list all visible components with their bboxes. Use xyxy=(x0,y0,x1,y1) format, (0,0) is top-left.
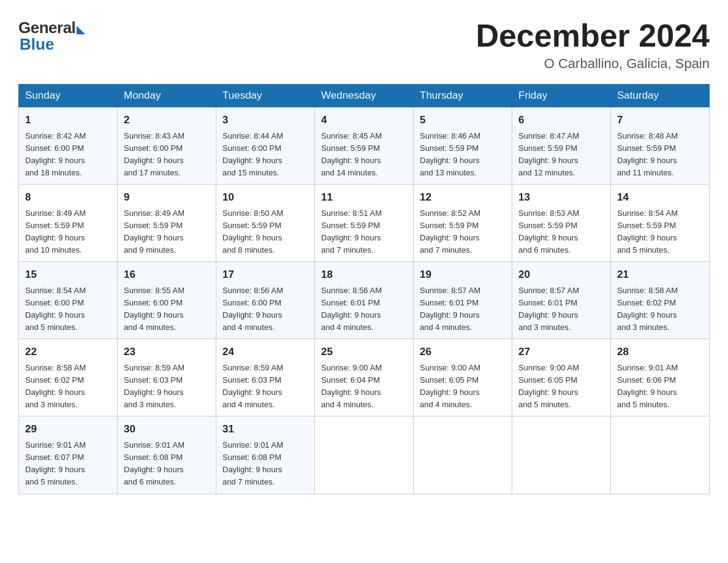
calendar-cell: 9Sunrise: 8:49 AMSunset: 5:59 PMDaylight… xyxy=(118,185,216,262)
day-number: 14 xyxy=(617,190,703,205)
day-number: 21 xyxy=(617,267,703,283)
day-info: Sunrise: 8:42 AMSunset: 6:00 PMDaylight:… xyxy=(25,130,111,180)
day-number: 15 xyxy=(25,267,111,283)
title-area: December 2024 O Carballino, Galicia, Spa… xyxy=(476,18,710,72)
day-info: Sunrise: 8:46 AMSunset: 5:59 PMDaylight:… xyxy=(420,130,506,180)
day-info: Sunrise: 8:59 AMSunset: 6:03 PMDaylight:… xyxy=(222,362,308,412)
calendar-cell: 13Sunrise: 8:53 AMSunset: 5:59 PMDayligh… xyxy=(512,185,611,262)
calendar-cell: 16Sunrise: 8:55 AMSunset: 6:00 PMDayligh… xyxy=(118,262,216,339)
day-number: 23 xyxy=(124,344,210,360)
day-number: 4 xyxy=(321,112,407,128)
weekday-header-monday: Monday xyxy=(118,85,216,107)
day-info: Sunrise: 9:01 AMSunset: 6:08 PMDaylight:… xyxy=(124,439,210,489)
calendar-cell: 26Sunrise: 9:00 AMSunset: 6:05 PMDayligh… xyxy=(414,339,512,416)
day-number: 11 xyxy=(321,190,407,205)
calendar-cell: 25Sunrise: 9:00 AMSunset: 6:04 PMDayligh… xyxy=(315,339,414,416)
day-number: 25 xyxy=(321,344,407,360)
month-title: December 2024 xyxy=(476,18,710,53)
calendar-cell: 30Sunrise: 9:01 AMSunset: 6:08 PMDayligh… xyxy=(118,416,216,494)
calendar-cell: 18Sunrise: 8:56 AMSunset: 6:01 PMDayligh… xyxy=(315,262,414,339)
calendar-week-5: 29Sunrise: 9:01 AMSunset: 6:07 PMDayligh… xyxy=(19,416,710,494)
day-number: 16 xyxy=(124,267,210,283)
day-info: Sunrise: 8:58 AMSunset: 6:02 PMDaylight:… xyxy=(25,362,111,412)
day-info: Sunrise: 8:47 AMSunset: 5:59 PMDaylight:… xyxy=(518,130,604,180)
day-number: 9 xyxy=(124,190,210,205)
logo-triangle-icon xyxy=(77,26,85,34)
calendar-cell: 19Sunrise: 8:57 AMSunset: 6:01 PMDayligh… xyxy=(414,262,512,339)
day-info: Sunrise: 9:01 AMSunset: 6:06 PMDaylight:… xyxy=(617,362,703,412)
day-info: Sunrise: 8:56 AMSunset: 6:00 PMDaylight:… xyxy=(222,285,308,334)
calendar-cell: 11Sunrise: 8:51 AMSunset: 5:59 PMDayligh… xyxy=(315,185,414,262)
logo-blue-text: Blue xyxy=(20,35,54,54)
day-info: Sunrise: 8:43 AMSunset: 6:00 PMDaylight:… xyxy=(124,130,210,180)
calendar-cell: 17Sunrise: 8:56 AMSunset: 6:00 PMDayligh… xyxy=(216,262,315,339)
calendar-cell: 7Sunrise: 8:48 AMSunset: 5:59 PMDaylight… xyxy=(611,107,710,185)
day-number: 2 xyxy=(124,112,210,128)
day-number: 18 xyxy=(321,267,407,283)
day-info: Sunrise: 9:01 AMSunset: 6:08 PMDaylight:… xyxy=(222,439,308,489)
day-number: 31 xyxy=(222,421,308,437)
calendar-week-2: 8Sunrise: 8:49 AMSunset: 5:59 PMDaylight… xyxy=(19,185,710,262)
calendar-cell: 8Sunrise: 8:49 AMSunset: 5:59 PMDaylight… xyxy=(19,185,118,262)
day-info: Sunrise: 8:55 AMSunset: 6:00 PMDaylight:… xyxy=(124,285,210,334)
calendar-cell: 6Sunrise: 8:47 AMSunset: 5:59 PMDaylight… xyxy=(512,107,611,185)
day-info: Sunrise: 8:51 AMSunset: 5:59 PMDaylight:… xyxy=(321,207,407,257)
day-info: Sunrise: 8:58 AMSunset: 6:02 PMDaylight:… xyxy=(617,285,703,334)
day-number: 22 xyxy=(25,344,111,360)
day-number: 12 xyxy=(420,190,506,205)
day-info: Sunrise: 9:00 AMSunset: 6:05 PMDaylight:… xyxy=(518,362,604,412)
day-number: 10 xyxy=(222,190,308,205)
day-number: 19 xyxy=(420,267,506,283)
calendar-cell: 10Sunrise: 8:50 AMSunset: 5:59 PMDayligh… xyxy=(216,185,315,262)
calendar-cell: 12Sunrise: 8:52 AMSunset: 5:59 PMDayligh… xyxy=(414,185,512,262)
day-info: Sunrise: 9:01 AMSunset: 6:07 PMDaylight:… xyxy=(25,439,111,489)
day-number: 29 xyxy=(25,421,111,437)
day-info: Sunrise: 8:48 AMSunset: 5:59 PMDaylight:… xyxy=(617,130,703,180)
location-title: O Carballino, Galicia, Spain xyxy=(476,56,710,72)
day-number: 20 xyxy=(518,267,604,283)
calendar-table: SundayMondayTuesdayWednesdayThursdayFrid… xyxy=(18,84,710,494)
day-info: Sunrise: 9:00 AMSunset: 6:05 PMDaylight:… xyxy=(420,362,506,412)
day-number: 28 xyxy=(617,344,703,360)
calendar-cell: 3Sunrise: 8:44 AMSunset: 6:00 PMDaylight… xyxy=(216,107,315,185)
day-info: Sunrise: 8:54 AMSunset: 5:59 PMDaylight:… xyxy=(617,207,703,257)
weekday-header-saturday: Saturday xyxy=(611,85,710,107)
day-info: Sunrise: 8:56 AMSunset: 6:01 PMDaylight:… xyxy=(321,285,407,334)
day-number: 24 xyxy=(222,344,308,360)
weekday-header-tuesday: Tuesday xyxy=(216,85,315,107)
day-info: Sunrise: 8:49 AMSunset: 5:59 PMDaylight:… xyxy=(124,207,210,257)
calendar-cell: 14Sunrise: 8:54 AMSunset: 5:59 PMDayligh… xyxy=(611,185,710,262)
calendar-cell: 24Sunrise: 8:59 AMSunset: 6:03 PMDayligh… xyxy=(216,339,315,416)
calendar-cell xyxy=(611,416,710,494)
weekday-header-row: SundayMondayTuesdayWednesdayThursdayFrid… xyxy=(19,85,710,107)
calendar-week-1: 1Sunrise: 8:42 AMSunset: 6:00 PMDaylight… xyxy=(19,107,710,185)
calendar-header: SundayMondayTuesdayWednesdayThursdayFrid… xyxy=(19,85,710,107)
day-info: Sunrise: 8:49 AMSunset: 5:59 PMDaylight:… xyxy=(25,207,111,257)
weekday-header-wednesday: Wednesday xyxy=(315,85,414,107)
calendar-cell: 31Sunrise: 9:01 AMSunset: 6:08 PMDayligh… xyxy=(216,416,315,494)
calendar-cell xyxy=(315,416,414,494)
weekday-header-friday: Friday xyxy=(512,85,611,107)
day-number: 3 xyxy=(222,112,308,128)
day-number: 13 xyxy=(518,190,604,205)
calendar-week-3: 15Sunrise: 8:54 AMSunset: 6:00 PMDayligh… xyxy=(19,262,710,339)
calendar-cell: 4Sunrise: 8:45 AMSunset: 5:59 PMDaylight… xyxy=(315,107,414,185)
day-info: Sunrise: 9:00 AMSunset: 6:04 PMDaylight:… xyxy=(321,362,407,412)
day-info: Sunrise: 8:57 AMSunset: 6:01 PMDaylight:… xyxy=(420,285,506,334)
calendar-cell: 27Sunrise: 9:00 AMSunset: 6:05 PMDayligh… xyxy=(512,339,611,416)
day-info: Sunrise: 8:44 AMSunset: 6:00 PMDaylight:… xyxy=(222,130,308,180)
day-info: Sunrise: 8:59 AMSunset: 6:03 PMDaylight:… xyxy=(124,362,210,412)
day-number: 30 xyxy=(124,421,210,437)
weekday-header-sunday: Sunday xyxy=(19,85,118,107)
calendar-cell: 28Sunrise: 9:01 AMSunset: 6:06 PMDayligh… xyxy=(611,339,710,416)
day-info: Sunrise: 8:53 AMSunset: 5:59 PMDaylight:… xyxy=(518,207,604,257)
day-info: Sunrise: 8:52 AMSunset: 5:59 PMDaylight:… xyxy=(420,207,506,257)
calendar-cell: 2Sunrise: 8:43 AMSunset: 6:00 PMDaylight… xyxy=(118,107,216,185)
calendar-cell: 15Sunrise: 8:54 AMSunset: 6:00 PMDayligh… xyxy=(19,262,118,339)
logo: General Blue xyxy=(18,18,85,54)
day-number: 27 xyxy=(518,344,604,360)
day-number: 8 xyxy=(25,190,111,205)
calendar-cell xyxy=(414,416,512,494)
day-number: 6 xyxy=(518,112,604,128)
day-number: 7 xyxy=(617,112,703,128)
